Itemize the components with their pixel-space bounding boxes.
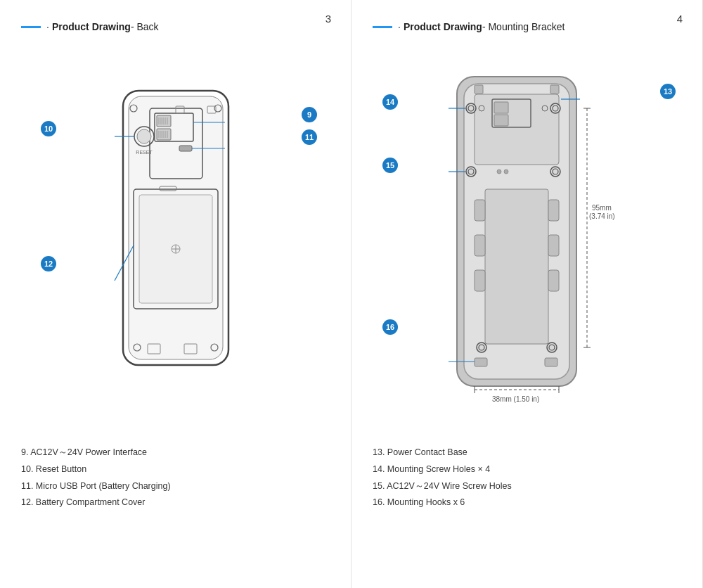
svg-rect-59 (475, 200, 485, 221)
svg-point-48 (466, 103, 476, 113)
page-number-4: 4 (677, 13, 683, 25)
badge-16: 16 (382, 319, 398, 335)
svg-point-67 (547, 343, 557, 352)
svg-text:38mm (1.50 in): 38mm (1.50 in) (492, 395, 539, 403)
title-suffix: - Back (131, 21, 159, 32)
svg-point-18 (137, 129, 151, 143)
diagram-bracket: 95mm (3.74 in) 38mm (1.50 in) 14 13 (373, 45, 681, 439)
svg-rect-43 (494, 115, 508, 126)
svg-rect-46 (475, 85, 483, 94)
title-bold: Product Drawing (52, 21, 131, 32)
page-title-4: · Product Drawing - Mounting Bracket (373, 21, 681, 32)
badge-10: 10 (41, 121, 56, 136)
legend-item-11: 11. Micro USB Port (Battery Charging) (21, 478, 330, 495)
svg-text:RESET: RESET (136, 150, 153, 155)
page-number-3: 3 (325, 13, 331, 25)
title-bold-4: Product Drawing (404, 21, 482, 32)
svg-rect-60 (548, 200, 559, 221)
bracket-device-svg: 95mm (3.74 in) 38mm (1.50 in) (436, 70, 619, 414)
svg-point-65 (477, 343, 486, 352)
diagram-back: RESET (21, 45, 330, 439)
svg-rect-16 (179, 146, 192, 151)
page-title-3: · Product Drawing - Back (21, 21, 330, 32)
legend-item-16: 16. Mounting Hooks x 6 (373, 494, 681, 511)
svg-rect-40 (475, 94, 559, 165)
svg-point-54 (550, 167, 560, 177)
accent-bar (21, 26, 41, 28)
svg-point-52 (466, 167, 476, 177)
legend-item-9: 9. AC12V～24V Power Interface (21, 445, 330, 461)
svg-rect-70 (545, 358, 557, 366)
title-suffix-4: - Mounting Bracket (482, 21, 565, 32)
legend-4: 13. Power Contact Base 14. Mounting Scre… (373, 445, 681, 511)
accent-bar-4 (373, 26, 392, 28)
legend-item-15: 15. AC12V～24V Wire Screw Holes (373, 478, 681, 495)
badge-14: 14 (382, 94, 398, 110)
svg-point-57 (504, 170, 508, 174)
legend-3: 9. AC12V～24V Power Interface 10. Reset B… (21, 445, 330, 511)
svg-rect-47 (550, 85, 559, 94)
svg-rect-69 (475, 358, 487, 366)
svg-text:(3.74 in): (3.74 in) (589, 212, 615, 220)
svg-rect-61 (475, 235, 485, 256)
page-4: 4 · Product Drawing - Mounting Bracket (352, 0, 703, 588)
badge-9: 9 (302, 107, 317, 122)
page-3: 3 · Product Drawing - Back (0, 0, 352, 588)
svg-rect-63 (475, 270, 485, 291)
back-device-svg: RESET (102, 84, 250, 400)
svg-text:95mm: 95mm (592, 204, 612, 212)
legend-item-12: 12. Battery Compartment Cover (21, 494, 330, 511)
svg-rect-42 (494, 102, 508, 113)
badge-15: 15 (382, 158, 398, 173)
svg-rect-62 (548, 235, 559, 256)
legend-item-13: 13. Power Contact Base (373, 445, 681, 461)
badge-12: 12 (41, 256, 56, 271)
svg-rect-58 (485, 189, 548, 344)
svg-point-56 (497, 170, 501, 174)
badge-13: 13 (660, 84, 676, 99)
legend-item-14: 14. Mounting Screw Holes × 4 (373, 461, 681, 478)
svg-rect-64 (548, 270, 559, 291)
legend-item-10: 10. Reset Button (21, 461, 330, 478)
badge-11: 11 (302, 129, 317, 145)
svg-point-50 (550, 103, 560, 113)
